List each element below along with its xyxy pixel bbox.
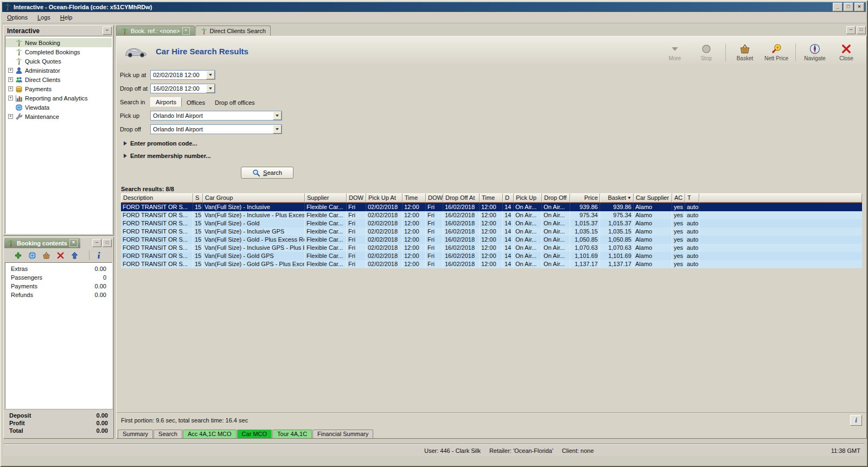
info-button[interactable]: i [850, 415, 862, 426]
col-dropoff-time[interactable]: Time [480, 193, 503, 203]
col-dow-dropoff[interactable]: DOW [426, 193, 443, 203]
mdi-restore-button[interactable]: □ [857, 26, 866, 34]
basket-button[interactable]: Basket [731, 43, 758, 61]
search-in-drop-off-offices[interactable]: Drop off offices [210, 98, 260, 107]
add-item-button[interactable] [14, 250, 23, 260]
expand-plus-icon[interactable]: + [8, 68, 13, 73]
expand-plus-icon[interactable]: + [8, 86, 13, 91]
tab-tour-4a1c[interactable]: Tour 4A,1C [272, 430, 312, 438]
close-button[interactable]: Close [833, 43, 860, 61]
dropdown-arrow-icon[interactable] [273, 125, 282, 134]
expand-plus-icon[interactable]: + [8, 77, 13, 82]
dropoff-combo[interactable]: Orlando Intl Airport [150, 124, 282, 134]
dropdown-arrow-icon[interactable] [273, 111, 282, 120]
col-description[interactable]: Description [121, 193, 193, 203]
results-table-body: FORD TRANSIT OR S... 15 Van(Full Size) -… [121, 203, 862, 268]
expand-plus-icon[interactable]: + [8, 96, 13, 100]
expand-plus-icon[interactable]: + [8, 114, 13, 119]
sidebar-item-quick-quotes[interactable]: + Quick Quotes [5, 56, 112, 66]
result-row[interactable]: FORD TRANSIT OR S... 15 Van(Full Size) -… [121, 252, 862, 260]
result-row[interactable]: FORD TRANSIT OR S... 15 Van(Full Size) -… [121, 236, 862, 244]
menu-logs[interactable]: Logs [33, 12, 55, 22]
col-pickup-at[interactable]: Pick Up At [366, 193, 403, 203]
maximize-button[interactable]: □ [844, 3, 853, 11]
cell-price: 1,101.69 [570, 252, 600, 260]
close-window-button[interactable]: × [854, 3, 864, 11]
booking-row[interactable]: Passengers 0 [5, 273, 112, 282]
booking-row[interactable]: Payments 0.00 [5, 282, 112, 291]
col-car-group[interactable]: Car Group [203, 193, 305, 203]
pickup-at-combo[interactable]: 02/02/2018 12:00 [150, 70, 215, 80]
col-ac[interactable]: AC [672, 193, 685, 203]
result-row[interactable]: FORD TRANSIT OR S... 15 Van(Full Size) -… [121, 219, 862, 228]
view-item-button[interactable] [28, 250, 37, 260]
panel-close-icon[interactable]: × [69, 239, 78, 247]
sidebar-item-completed-bookings[interactable]: + Completed Bookings [5, 47, 112, 56]
menu-options[interactable]: Options [2, 12, 33, 22]
stop-button[interactable]: Stop [693, 43, 726, 61]
dropoff-at-combo[interactable]: 16/02/2018 12:00 [150, 84, 215, 93]
col-dow-pickup[interactable]: DOW [347, 193, 366, 203]
col-seats[interactable]: S [193, 193, 203, 203]
mdi-minimize-button[interactable]: ─ [846, 26, 856, 34]
booking-contents-caption[interactable]: Booking contents × [4, 238, 80, 248]
col-dropoff-at[interactable]: Drop Off At [443, 193, 480, 203]
sidebar-item-payments[interactable]: + Payments [5, 84, 112, 93]
col-pickup-time[interactable]: Time [403, 193, 426, 203]
move-up-button[interactable] [70, 250, 80, 260]
panel-minimize-button[interactable]: ─ [92, 239, 101, 247]
dropdown-arrow-icon[interactable] [206, 71, 215, 79]
sidebar-collapse-button[interactable]: − [103, 27, 112, 35]
dropdown-arrow-icon[interactable] [206, 84, 215, 93]
tab-book-ref[interactable]: Book. ref.: <none> × [116, 26, 195, 36]
tab-direct-clients-search[interactable]: Direct Clients Search × [195, 26, 271, 36]
tab-close-icon[interactable]: × [182, 27, 190, 35]
pickup-combo[interactable]: Orlando Intl Airport [150, 111, 282, 121]
tab-financial-summary[interactable]: Financial Summary [312, 430, 373, 438]
delete-item-button[interactable] [56, 250, 66, 260]
col-transmission[interactable]: T [685, 193, 699, 203]
tab-acc-4a1c-mco[interactable]: Acc 4A,1C MCO [183, 430, 237, 438]
sidebar-title: Interactive [7, 27, 40, 35]
search-in-offices[interactable]: Offices [182, 98, 210, 107]
result-row[interactable]: FORD TRANSIT OR S... 15 Van(Full Size) -… [121, 244, 862, 252]
item-info-button[interactable] [89, 250, 104, 260]
promotion-code-expander[interactable]: Enter promotion code... [124, 140, 866, 147]
more-button[interactable]: More [661, 43, 688, 61]
result-row[interactable]: FORD TRANSIT OR S... 15 Van(Full Size) -… [121, 228, 862, 236]
sidebar-item-viewdata[interactable]: + Viewdata [5, 103, 112, 112]
membership-number-expander[interactable]: Enter membership number... [124, 153, 866, 159]
col-dropoff-loc[interactable]: Drop Off [542, 193, 570, 203]
tab-search[interactable]: Search [154, 430, 182, 438]
result-row[interactable]: FORD TRANSIT OR S... 15 Van(Full Size) -… [121, 211, 862, 219]
cell-pickup-loc: On Air... [514, 252, 542, 260]
col-supplier[interactable]: Supplier [305, 193, 347, 203]
col-pickup-loc[interactable]: Pick Up [514, 193, 542, 203]
search-in-airports[interactable]: Airports [150, 97, 182, 107]
sidebar-item-new-booking[interactable]: + New Booking [5, 38, 112, 47]
col-price[interactable]: Price [570, 193, 600, 203]
result-row[interactable]: FORD TRANSIT OR S... 15 Van(Full Size) -… [121, 260, 862, 268]
sidebar-item-reporting-and-analytics[interactable]: + Reporting and Analytics [5, 93, 112, 103]
tab-car-mco[interactable]: Car MCO [237, 430, 272, 438]
sidebar-item-administrator[interactable]: + Administrator [5, 66, 112, 75]
panel-float-button[interactable]: □ [103, 239, 112, 247]
to-basket-button[interactable] [42, 250, 52, 260]
col-basket[interactable]: Basket▼ [600, 193, 634, 203]
sidebar-item-icon [15, 58, 23, 65]
sidebar-item-direct-clients[interactable]: + Direct Clients [5, 75, 112, 84]
cell-car-group: Van(Full Size) - Gold GPS [203, 252, 305, 260]
col-car-supplier[interactable]: Car Supplier [634, 193, 672, 203]
nett-price-button[interactable]: Nett Price [763, 43, 796, 61]
sidebar-item-maintenance[interactable]: + Maintenance [5, 112, 112, 121]
col-days[interactable]: D [503, 193, 514, 203]
minimize-button[interactable]: _ [833, 3, 843, 11]
result-row[interactable]: FORD TRANSIT OR S... 15 Van(Full Size) -… [121, 203, 862, 211]
search-button[interactable]: Search [241, 167, 293, 179]
navigate-button[interactable]: Navigate [801, 43, 828, 61]
menu-help[interactable]: Help [55, 12, 78, 22]
booking-row[interactable]: Extras 0.00 [5, 264, 112, 273]
tab-summary[interactable]: Summary [118, 430, 153, 438]
booking-row[interactable]: Refunds 0.00 [5, 291, 112, 299]
cell-ac: yes [672, 228, 685, 236]
